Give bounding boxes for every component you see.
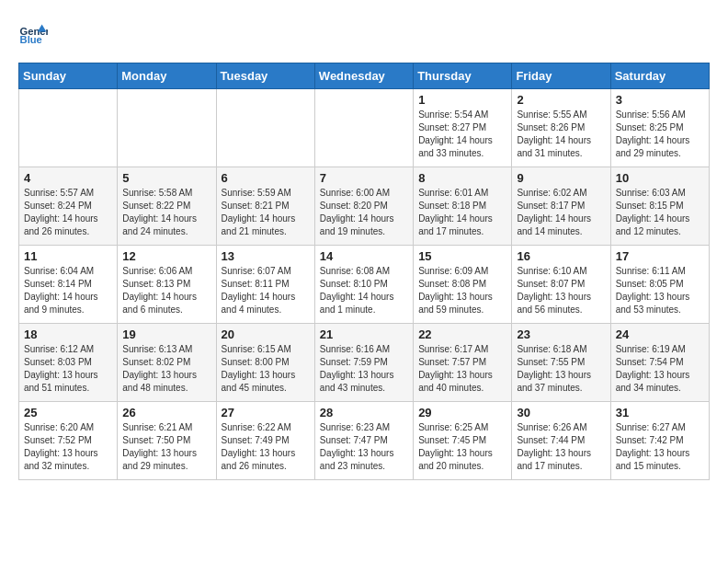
calendar-cell: 20Sunrise: 6:15 AM Sunset: 8:00 PM Dayli… [216,324,314,402]
calendar-week-row: 4Sunrise: 5:57 AM Sunset: 8:24 PM Daylig… [19,167,710,246]
day-number: 10 [616,171,704,185]
calendar-cell: 15Sunrise: 6:09 AM Sunset: 8:08 PM Dayli… [414,246,512,324]
calendar-cell: 28Sunrise: 6:23 AM Sunset: 7:47 PM Dayli… [314,402,413,480]
cell-content: Sunrise: 6:17 AM Sunset: 7:57 PM Dayligh… [418,343,506,395]
calendar-cell: 17Sunrise: 6:11 AM Sunset: 8:05 PM Dayli… [610,246,709,324]
day-number: 8 [418,171,506,185]
calendar-cell: 26Sunrise: 6:21 AM Sunset: 7:50 PM Dayli… [118,402,216,480]
calendar-body: 1Sunrise: 5:54 AM Sunset: 8:27 PM Daylig… [19,89,710,480]
day-number: 14 [320,249,408,263]
day-number: 25 [24,406,112,419]
cell-content: Sunrise: 6:10 AM Sunset: 8:07 PM Dayligh… [517,265,605,316]
cell-content: Sunrise: 6:04 AM Sunset: 8:14 PM Dayligh… [24,265,112,316]
cell-content: Sunrise: 6:07 AM Sunset: 8:11 PM Dayligh… [222,265,310,316]
cell-content: Sunrise: 5:55 AM Sunset: 8:26 PM Dayligh… [517,109,605,160]
day-number: 23 [517,327,605,341]
cell-content: Sunrise: 6:01 AM Sunset: 8:18 PM Dayligh… [418,187,506,238]
day-header-wednesday: Wednesday [314,63,413,89]
calendar-cell: 5Sunrise: 5:58 AM Sunset: 8:22 PM Daylig… [118,167,216,246]
day-header-thursday: Thursday [414,63,512,89]
day-number: 3 [616,93,704,107]
day-number: 4 [24,171,112,185]
calendar-cell: 27Sunrise: 6:22 AM Sunset: 7:49 PM Dayli… [216,402,314,480]
calendar-cell: 21Sunrise: 6:16 AM Sunset: 7:59 PM Dayli… [314,324,413,402]
cell-content: Sunrise: 5:58 AM Sunset: 8:22 PM Dayligh… [122,187,210,238]
logo: General Blue [18,18,48,48]
day-number: 30 [517,406,605,419]
logo-icon: General Blue [18,18,48,48]
cell-content: Sunrise: 6:03 AM Sunset: 8:15 PM Dayligh… [616,187,704,238]
cell-content: Sunrise: 5:59 AM Sunset: 8:21 PM Dayligh… [222,187,310,238]
calendar-cell: 18Sunrise: 6:12 AM Sunset: 8:03 PM Dayli… [19,324,118,402]
calendar-cell [19,89,118,167]
calendar-cell: 7Sunrise: 6:00 AM Sunset: 8:20 PM Daylig… [314,167,413,246]
cell-content: Sunrise: 6:11 AM Sunset: 8:05 PM Dayligh… [616,265,704,316]
calendar-cell: 11Sunrise: 6:04 AM Sunset: 8:14 PM Dayli… [19,246,118,324]
day-number: 20 [222,327,310,341]
calendar-cell: 13Sunrise: 6:07 AM Sunset: 8:11 PM Dayli… [216,246,314,324]
cell-content: Sunrise: 6:22 AM Sunset: 7:49 PM Dayligh… [222,421,310,473]
calendar-week-row: 25Sunrise: 6:20 AM Sunset: 7:52 PM Dayli… [19,402,710,480]
day-number: 11 [24,249,112,263]
calendar-cell [216,89,314,167]
day-header-monday: Monday [118,63,216,89]
calendar-cell: 6Sunrise: 5:59 AM Sunset: 8:21 PM Daylig… [216,167,314,246]
day-number: 28 [320,406,408,419]
day-number: 26 [122,406,210,419]
day-number: 27 [222,406,310,419]
day-number: 21 [320,327,408,341]
cell-content: Sunrise: 6:27 AM Sunset: 7:42 PM Dayligh… [616,421,704,473]
calendar-cell: 4Sunrise: 5:57 AM Sunset: 8:24 PM Daylig… [19,167,118,246]
day-number: 5 [122,171,210,185]
day-number: 22 [418,327,506,341]
cell-content: Sunrise: 6:02 AM Sunset: 8:17 PM Dayligh… [517,187,605,238]
day-header-sunday: Sunday [19,63,118,89]
cell-content: Sunrise: 5:57 AM Sunset: 8:24 PM Dayligh… [24,187,112,238]
cell-content: Sunrise: 6:25 AM Sunset: 7:45 PM Dayligh… [418,421,506,473]
day-number: 19 [122,327,210,341]
calendar-cell: 29Sunrise: 6:25 AM Sunset: 7:45 PM Dayli… [414,402,512,480]
calendar-cell: 23Sunrise: 6:18 AM Sunset: 7:55 PM Dayli… [512,324,610,402]
calendar-cell: 25Sunrise: 6:20 AM Sunset: 7:52 PM Dayli… [19,402,118,480]
cell-content: Sunrise: 6:08 AM Sunset: 8:10 PM Dayligh… [320,265,408,316]
day-number: 9 [517,171,605,185]
calendar-cell: 24Sunrise: 6:19 AM Sunset: 7:54 PM Dayli… [610,324,709,402]
calendar-cell: 30Sunrise: 6:26 AM Sunset: 7:44 PM Dayli… [512,402,610,480]
day-number: 24 [616,327,704,341]
day-number: 16 [517,249,605,263]
day-number: 2 [517,93,605,107]
calendar-cell: 14Sunrise: 6:08 AM Sunset: 8:10 PM Dayli… [314,246,413,324]
day-number: 12 [122,249,210,263]
calendar-cell: 3Sunrise: 5:56 AM Sunset: 8:25 PM Daylig… [610,89,709,167]
cell-content: Sunrise: 6:21 AM Sunset: 7:50 PM Dayligh… [122,421,210,473]
calendar-cell: 16Sunrise: 6:10 AM Sunset: 8:07 PM Dayli… [512,246,610,324]
calendar-cell: 22Sunrise: 6:17 AM Sunset: 7:57 PM Dayli… [414,324,512,402]
day-number: 29 [418,406,506,419]
cell-content: Sunrise: 6:26 AM Sunset: 7:44 PM Dayligh… [517,421,605,473]
calendar-cell: 8Sunrise: 6:01 AM Sunset: 8:18 PM Daylig… [414,167,512,246]
day-number: 13 [222,249,310,263]
day-header-tuesday: Tuesday [216,63,314,89]
calendar-cell: 1Sunrise: 5:54 AM Sunset: 8:27 PM Daylig… [414,89,512,167]
day-number: 31 [616,406,704,419]
calendar-cell: 10Sunrise: 6:03 AM Sunset: 8:15 PM Dayli… [610,167,709,246]
cell-content: Sunrise: 6:09 AM Sunset: 8:08 PM Dayligh… [418,265,506,316]
cell-content: Sunrise: 6:23 AM Sunset: 7:47 PM Dayligh… [320,421,408,473]
cell-content: Sunrise: 5:54 AM Sunset: 8:27 PM Dayligh… [418,109,506,160]
calendar-cell: 31Sunrise: 6:27 AM Sunset: 7:42 PM Dayli… [610,402,709,480]
calendar-week-row: 11Sunrise: 6:04 AM Sunset: 8:14 PM Dayli… [19,246,710,324]
calendar-cell: 19Sunrise: 6:13 AM Sunset: 8:02 PM Dayli… [118,324,216,402]
cell-content: Sunrise: 6:16 AM Sunset: 7:59 PM Dayligh… [320,343,408,395]
cell-content: Sunrise: 6:19 AM Sunset: 7:54 PM Dayligh… [616,343,704,395]
day-number: 7 [320,171,408,185]
cell-content: Sunrise: 6:12 AM Sunset: 8:03 PM Dayligh… [24,343,112,395]
page-header: General Blue [18,18,710,48]
day-header-friday: Friday [512,63,610,89]
calendar-cell [314,89,413,167]
calendar-cell: 12Sunrise: 6:06 AM Sunset: 8:13 PM Dayli… [118,246,216,324]
calendar-header-row: SundayMondayTuesdayWednesdayThursdayFrid… [19,63,710,89]
cell-content: Sunrise: 6:15 AM Sunset: 8:00 PM Dayligh… [222,343,310,395]
day-number: 15 [418,249,506,263]
cell-content: Sunrise: 6:13 AM Sunset: 8:02 PM Dayligh… [122,343,210,395]
cell-content: Sunrise: 6:06 AM Sunset: 8:13 PM Dayligh… [122,265,210,316]
